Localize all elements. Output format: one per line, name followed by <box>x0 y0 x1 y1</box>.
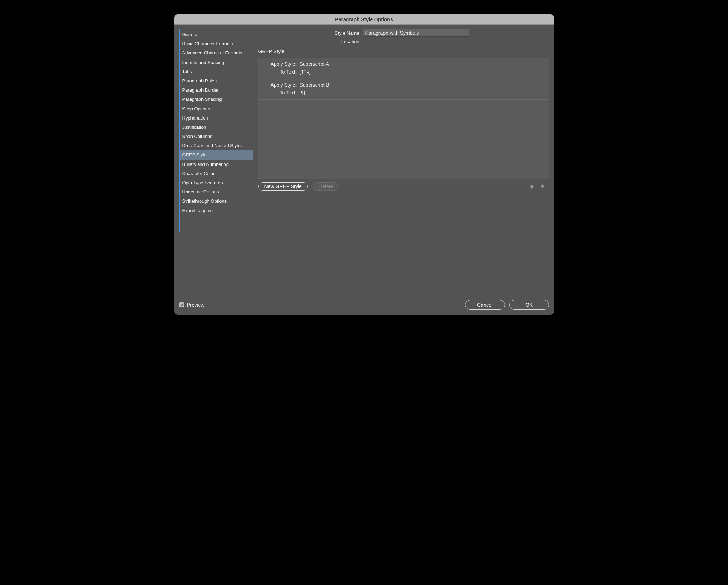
sidebar-item[interactable]: Underline Options <box>180 187 253 197</box>
to-text-label: To Text: <box>259 90 297 95</box>
apply-style-label: Apply Style: <box>259 82 297 88</box>
sidebar-item[interactable]: Export Tagging <box>180 206 253 215</box>
sidebar-item[interactable]: Justification <box>180 123 253 132</box>
sidebar-item[interactable]: Bullets and Numbering <box>180 160 253 169</box>
sidebar-item[interactable]: Paragraph Border <box>180 86 253 95</box>
main-header: Style Name: Location: <box>258 29 549 44</box>
to-text-value[interactable]: [¶] <box>300 90 305 95</box>
to-text-value[interactable]: [†‡§] <box>300 69 311 75</box>
main-panel: Style Name: Location: GREP Style Apply S… <box>258 29 549 296</box>
preview-toggle[interactable]: Preview <box>179 302 205 308</box>
sidebar-item[interactable]: Paragraph Shading <box>180 95 253 104</box>
grep-to-text-row: To Text:[¶] <box>259 89 549 97</box>
sidebar-item[interactable]: Drop Caps and Nested Styles <box>180 141 253 150</box>
move-up-icon[interactable] <box>529 184 534 189</box>
sidebar-item[interactable]: Strikethrough Options <box>180 197 253 206</box>
category-sidebar[interactable]: GeneralBasic Character FormatsAdvanced C… <box>179 29 253 232</box>
dialog-body: GeneralBasic Character FormatsAdvanced C… <box>174 25 554 315</box>
style-name-row: Style Name: <box>258 29 549 37</box>
sidebar-item[interactable]: Keep Options <box>180 104 253 114</box>
grep-to-text-row: To Text:[†‡§] <box>259 68 549 76</box>
content-row: GeneralBasic Character FormatsAdvanced C… <box>179 29 549 296</box>
section-title: GREP Style <box>258 48 549 54</box>
sidebar-item[interactable]: OpenType Features <box>180 178 253 187</box>
grep-action-row: New GREP Style Delete <box>258 182 549 191</box>
dialog-footer: Preview Cancel OK <box>179 296 549 310</box>
grep-entry[interactable]: Apply Style:Superscript BTo Text:[¶] <box>259 79 549 100</box>
sidebar-item[interactable]: Indents and Spacing <box>180 58 253 67</box>
dialog-titlebar: Paragraph Style Options <box>174 14 554 25</box>
sidebar-item[interactable]: Tabs <box>180 67 253 76</box>
new-grep-style-button[interactable]: New GREP Style <box>258 182 308 191</box>
sidebar-item[interactable]: Basic Character Formats <box>180 39 253 48</box>
dialog-title: Paragraph Style Options <box>335 17 393 22</box>
to-text-label: To Text: <box>259 69 297 75</box>
apply-style-value[interactable]: Superscript A <box>300 61 329 67</box>
sidebar-item[interactable]: Paragraph Rules <box>180 76 253 86</box>
footer-buttons: Cancel OK <box>465 300 549 310</box>
sidebar-item[interactable]: Hyphenation <box>180 114 253 123</box>
sidebar-item[interactable]: General <box>180 30 253 39</box>
apply-style-label: Apply Style: <box>259 61 297 67</box>
sidebar-item[interactable]: Span Columns <box>180 132 253 141</box>
apply-style-value[interactable]: Superscript B <box>300 82 329 88</box>
grep-style-list[interactable]: Apply Style:Superscript ATo Text:[†‡§]Ap… <box>258 58 549 179</box>
grep-apply-style-row: Apply Style:Superscript B <box>259 81 549 89</box>
ok-button[interactable]: OK <box>509 300 549 310</box>
style-name-input[interactable] <box>363 29 469 37</box>
sidebar-item[interactable]: Advanced Character Formats <box>180 48 253 58</box>
location-row: Location: <box>258 39 549 44</box>
style-name-label: Style Name: <box>258 30 361 36</box>
preview-label: Preview <box>187 302 205 308</box>
grep-apply-style-row: Apply Style:Superscript A <box>259 60 549 68</box>
paragraph-style-options-dialog: Paragraph Style Options GeneralBasic Cha… <box>174 14 554 315</box>
sidebar-item[interactable]: Character Color <box>180 169 253 178</box>
grep-entry[interactable]: Apply Style:Superscript ATo Text:[†‡§] <box>259 58 549 79</box>
move-down-icon[interactable] <box>540 184 545 189</box>
preview-checkbox[interactable] <box>179 302 184 307</box>
reorder-arrows <box>529 184 545 189</box>
sidebar-item[interactable]: GREP Style <box>180 150 253 160</box>
location-label: Location: <box>258 39 361 44</box>
cancel-button[interactable]: Cancel <box>465 300 505 310</box>
delete-button: Delete <box>313 182 339 191</box>
